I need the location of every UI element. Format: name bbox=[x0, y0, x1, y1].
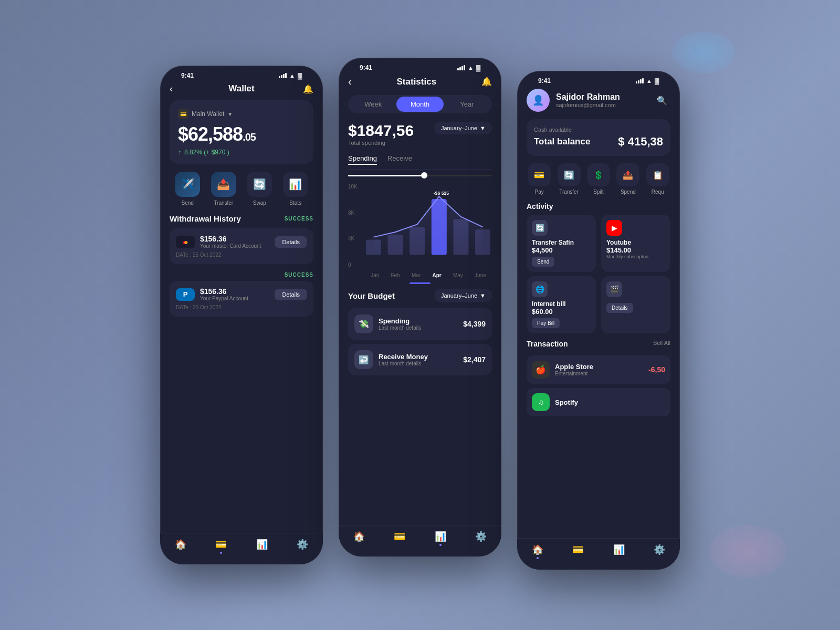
user-email: sajidoruiux@gmail.com bbox=[556, 102, 647, 108]
activity-transfer: 🔄 Transfer Safin $4,500 Send bbox=[527, 215, 596, 272]
date-range-button[interactable]: January–June ▼ bbox=[435, 122, 492, 134]
activity-row-2: 🌐 Internet bill $60.00 Pay Bill 🎬 Detail… bbox=[527, 276, 670, 333]
sell-all-button[interactable]: Sell All bbox=[653, 340, 670, 352]
activity-section: Activity 🔄 Transfer Safin $4,500 Send ▶ … bbox=[527, 202, 670, 333]
nav-wallet-3[interactable]: 💳 bbox=[572, 544, 584, 559]
nav-home-3[interactable]: 🏠 bbox=[532, 544, 543, 559]
transfer-amount: $4,500 bbox=[532, 246, 591, 254]
bottom-nav-1: 🏠 💳 📊 ⚙️ bbox=[160, 533, 323, 564]
transfer-name: Transfer Safin bbox=[532, 239, 591, 246]
mastercard-icon: ●● bbox=[176, 236, 195, 248]
nav-stats-1[interactable]: 📊 bbox=[256, 539, 268, 554]
nav-settings-2[interactable]: ⚙️ bbox=[475, 531, 487, 546]
signal-icon-1 bbox=[279, 73, 287, 78]
statistics-title: Statistics bbox=[352, 77, 481, 87]
status-bar-1: 9:41 ▲ ▓ bbox=[170, 66, 313, 83]
qa-spilt[interactable]: 💲 Spilt bbox=[587, 163, 610, 195]
chart-svg: -$6 525 bbox=[365, 184, 492, 260]
nav-home-1[interactable]: 🏠 bbox=[175, 539, 186, 554]
details-button-1[interactable]: Details bbox=[275, 236, 307, 248]
phone-wallet: 9:41 ▲ ▓ ‹ Wallet 🔔 💳 Main Wallet bbox=[160, 66, 323, 564]
transaction-title: Transaction bbox=[527, 340, 568, 348]
history-header: Withdrawal History SUCCESS bbox=[170, 214, 313, 223]
chart-x-labels: Jan Feb Mar Apr May June bbox=[365, 272, 492, 278]
transfer-safin-icon: 🔄 bbox=[532, 220, 548, 236]
activity-misc: 🎬 Details bbox=[601, 276, 670, 333]
dropdown-icon[interactable]: ▼ bbox=[227, 111, 233, 117]
tab-month[interactable]: Month bbox=[396, 97, 443, 112]
spending-chart: 10K 8K 4K 0 bbox=[348, 184, 492, 278]
wallet-label: 💳 Main Wallet ▼ bbox=[178, 109, 305, 119]
action-swap[interactable]: 🔄 Swap bbox=[247, 172, 272, 206]
history-sub-2: Your Paypal Account bbox=[200, 296, 248, 301]
internet-amount: $60.00 bbox=[532, 308, 591, 316]
qa-request[interactable]: 📋 Requ bbox=[646, 163, 669, 195]
budget-receive-sub: Last month details bbox=[379, 361, 463, 366]
action-transfer[interactable]: 📤 Transfer bbox=[211, 172, 236, 206]
apple-store-sub: Entertainment bbox=[555, 371, 593, 376]
spending-slider[interactable] bbox=[348, 175, 492, 176]
pay-bill-button[interactable]: Pay Bill bbox=[532, 318, 560, 328]
budget-range-button[interactable]: January–June ▼ bbox=[435, 289, 492, 302]
bottom-nav-2: 🏠 💳 📊 ⚙️ bbox=[339, 525, 501, 556]
spilt-icon: 💲 bbox=[587, 163, 610, 186]
request-icon: 📋 bbox=[646, 163, 669, 186]
wallet-title: Wallet bbox=[228, 83, 254, 94]
tab-spending[interactable]: Spending bbox=[348, 154, 377, 165]
qa-pay[interactable]: 💳 Pay bbox=[528, 163, 551, 195]
nav-wallet-2[interactable]: 💳 bbox=[394, 531, 405, 546]
transaction-header: Transaction Sell All bbox=[527, 340, 670, 352]
activity-row-1: 🔄 Transfer Safin $4,500 Send ▶ Youtube $… bbox=[527, 215, 670, 272]
history-sub-1: Your master Card Account bbox=[200, 243, 261, 249]
battery-icon-2: ▓ bbox=[476, 65, 480, 71]
activity-youtube: ▶ Youtube $145.00 Monthly subscripton bbox=[601, 215, 670, 272]
spotify-name: Spotify bbox=[555, 398, 578, 406]
phone-profile: 9:41 ▲ ▓ 👤 Sajidor Rahman sajidoruiux@gm… bbox=[517, 71, 680, 570]
wallet-header: ‹ Wallet 🔔 bbox=[170, 83, 313, 94]
status-icons-3: ▲ ▓ bbox=[636, 78, 659, 84]
youtube-sub: Monthly subscripton bbox=[606, 254, 665, 259]
details-button-3[interactable]: Details bbox=[606, 303, 633, 313]
nav-stats-2[interactable]: 📊 bbox=[435, 531, 446, 546]
status-icons-2: ▲ ▓ bbox=[457, 65, 480, 71]
nav-wallet-1[interactable]: 💳 bbox=[215, 539, 227, 554]
notification-icon-1[interactable]: 🔔 bbox=[303, 84, 313, 94]
back-button-1[interactable]: ‹ bbox=[170, 83, 173, 94]
dropdown-arrow-icon: ▼ bbox=[480, 125, 486, 131]
wifi-icon-2: ▲ bbox=[468, 65, 474, 71]
details-button-2[interactable]: Details bbox=[275, 289, 307, 300]
user-avatar: 👤 bbox=[527, 89, 550, 112]
action-send[interactable]: ✈️ Send bbox=[175, 172, 200, 206]
tab-receive[interactable]: Receive bbox=[387, 154, 412, 165]
tab-year[interactable]: Year bbox=[444, 97, 490, 112]
send-icon: ✈️ bbox=[175, 172, 200, 197]
signal-icon-3 bbox=[636, 78, 644, 83]
nav-settings-3[interactable]: ⚙️ bbox=[654, 544, 665, 559]
budget-receive-name: Receive Money bbox=[379, 353, 463, 361]
notification-icon-2[interactable]: 🔔 bbox=[481, 77, 492, 87]
youtube-amount: $145.00 bbox=[606, 246, 665, 254]
apple-store-icon: 🍎 bbox=[532, 361, 550, 379]
send-button[interactable]: Send bbox=[532, 257, 554, 267]
transfer-icon-3: 🔄 bbox=[558, 163, 581, 186]
nav-stats-3[interactable]: 📊 bbox=[613, 544, 625, 559]
action-stats[interactable]: 📊 Stats bbox=[283, 172, 308, 206]
nav-home-2[interactable]: 🏠 bbox=[353, 531, 365, 546]
qa-transfer[interactable]: 🔄 Transfer bbox=[558, 163, 581, 195]
nav-settings-1[interactable]: ⚙️ bbox=[297, 539, 308, 554]
pay-icon: 💳 bbox=[528, 163, 551, 186]
nav-dot-3 bbox=[537, 557, 539, 559]
slider-fill bbox=[348, 175, 427, 176]
back-button-2[interactable]: ‹ bbox=[348, 76, 352, 88]
history-amount-2: $156.36 bbox=[200, 287, 248, 296]
spend-icon: 📤 bbox=[616, 163, 639, 186]
qa-spend[interactable]: 📤 Spend bbox=[616, 163, 639, 195]
balance-card: 💳 Main Wallet ▼ $62,588.05 ↑ 8.82% (+ $9… bbox=[170, 100, 313, 164]
total-spending-label: Total spending bbox=[348, 140, 414, 146]
tab-week[interactable]: Week bbox=[350, 97, 396, 112]
balance-row: Total balance $ 415,38 bbox=[534, 135, 663, 149]
quick-actions: 💳 Pay 🔄 Transfer 💲 Spilt 📤 Spend 📋 Requ bbox=[527, 163, 670, 195]
search-button[interactable]: 🔍 bbox=[654, 92, 670, 109]
svg-marker-6 bbox=[373, 196, 482, 255]
chart-y-labels: 10K 8K 4K 0 bbox=[348, 184, 363, 268]
